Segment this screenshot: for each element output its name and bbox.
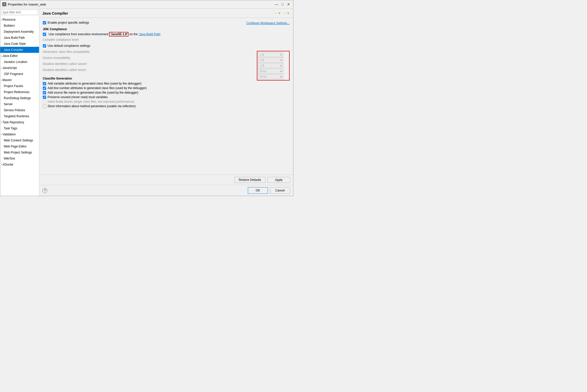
expand-arrow-icon: › [1,54,2,58]
classfile-checkbox-1[interactable] [43,87,46,90]
classfile-label-5: Store information about method parameter… [48,104,136,108]
sidebar-item-service-policies[interactable]: Service Policies [0,107,39,113]
use-default-row: Use default compliance settings [43,43,254,49]
sidebar-item-validation[interactable]: ›Validation [0,131,39,137]
use-default-checkbox[interactable] [43,44,46,48]
sidebar-item-run-debug-settings[interactable]: Run/Debug Settings [0,95,39,101]
enable-project-checkbox[interactable] [43,21,46,24]
classfile-checkbox-5[interactable] [43,105,46,108]
generated-class-dropdown[interactable]: 1.8 [258,58,283,63]
source-compat-dropdown[interactable]: 1.8 [258,63,283,68]
filter-input[interactable] [1,10,38,15]
enable-project-settings-row: Enable project specific settings [43,21,89,24]
classfile-generation-section: Classfile Generation Add variable attrib… [43,77,290,108]
compiler-compliance-dropdown[interactable]: 1.8 [258,52,283,57]
apply-button[interactable]: Apply [267,177,290,183]
sidebar-item-maven[interactable]: ›Maven [0,77,39,83]
classfile-label-0: Add variable attributes to generated cla… [48,82,142,85]
sidebar-item-java-code-style[interactable]: Java Code Style [0,41,39,47]
classfile-item-1: Add line number attributes to generated … [43,86,290,90]
sidebar-item-xdoclet[interactable]: ›XDoclet [0,162,39,168]
classfile-label-2: Add source file name to generated class … [48,91,138,94]
compiler-compliance-row: Compiler compliance level: [43,37,254,43]
ok-button[interactable]: OK [248,187,268,194]
use-default-label: Use default compliance settings [48,44,90,48]
close-button[interactable]: ✕ [286,2,291,7]
main-panel: Java Compiler ← ▾ → ▾ Enable project spe… [39,9,293,196]
window-icon: ⚙ [2,2,6,6]
sidebar-item-javadoc-location[interactable]: Javadoc Location [0,59,39,65]
enable-project-label: Enable project specific settings [48,21,89,24]
compliance-settings-grid: Compiler compliance level: Use default c… [43,37,290,73]
sidebar-item-java-build-path[interactable]: Java Build Path [0,35,39,41]
sidebar-item-wikitext[interactable]: WikiText [0,155,39,162]
classfile-item-3: Preserve unused (never read) local varia… [43,95,290,99]
classfile-item-2: Add source file name to generated class … [43,91,290,94]
disallow-enum-dropdown[interactable]: Error [258,74,283,79]
cancel-button[interactable]: Cancel [270,187,290,194]
sidebar-item-builders[interactable]: Builders [0,23,39,29]
sidebar: ›ResourceBuildersDeployment AssemblyJava… [0,9,39,196]
disallow-assert-dropdown[interactable]: Error [258,69,283,74]
expand-arrow-icon: › [1,78,2,82]
use-compliance-row: Use compliance from execution environmen… [43,32,290,36]
sidebar-item-web-content-settings[interactable]: Web Content Settings [0,137,39,143]
sidebar-item-web-project-settings[interactable]: Web Project Settings [0,149,39,155]
enable-settings-row: Enable project specific settings Configu… [43,21,290,25]
sidebar-item-targeted-runtimes[interactable]: Targeted Runtimes [0,113,39,119]
classfile-label-4: Inline finally blocks (larger class file… [48,100,134,103]
minimize-button[interactable]: — [274,2,279,7]
classfile-item-4: Inline finally blocks (larger class file… [43,100,290,103]
nav-buttons: ← ▾ → ▾ [273,11,290,16]
disallow-assert-row: Disallow identifiers called 'assert': [43,61,254,67]
maximize-button[interactable]: □ [280,2,285,7]
footer-bar: ? OK Cancel [39,185,293,196]
classfile-checkbox-4[interactable] [43,100,46,103]
main-content: Enable project specific settings Configu… [39,18,293,175]
expand-arrow-icon: › [1,66,2,70]
classfile-title: Classfile Generation [43,77,290,80]
expand-arrow-icon: › [1,18,2,22]
sidebar-item-deployment-assembly[interactable]: Deployment Assembly [0,29,39,35]
sidebar-item-javascript[interactable]: ›JavaScript [0,65,39,71]
classfile-checkbox-0[interactable] [43,82,46,85]
classfile-checkbox-3[interactable] [43,96,46,99]
sidebar-list: ›ResourceBuildersDeployment AssemblyJava… [0,16,39,196]
jdk-compliance-title: JDK Compliance [43,27,290,31]
classfile-items: Add variable attributes to generated cla… [43,82,290,108]
classfile-label-1: Add line number attributes to generated … [48,86,147,90]
classfile-item-5: Store information about method parameter… [43,104,290,108]
sidebar-item-task-repository[interactable]: ›Task Repository [0,119,39,125]
sidebar-item-java-editor[interactable]: ›Java Editor [0,53,39,59]
classfile-label-3: Preserve unused (never read) local varia… [48,95,108,99]
java-build-path-link[interactable]: 'Java Build Path' [139,32,161,36]
use-compliance-checkbox[interactable] [43,33,46,36]
main-title: Java Compiler [42,11,273,15]
generated-class-row: Generated .class files compatibility: [43,49,254,55]
properties-window: ⚙ Properties for maven_web — □ ✕ ›Resour… [0,0,293,196]
expand-arrow-icon: › [1,121,2,124]
sidebar-item-task-tags[interactable]: Task Tags [0,125,39,131]
sidebar-item-web-page-editor[interactable]: Web Page Editor [0,143,39,149]
restore-defaults-button[interactable]: Restore Defaults [234,177,265,183]
sidebar-item-project-references[interactable]: Project References [0,89,39,95]
jdk-compliance-section: JDK Compliance Use compliance from execu… [43,27,290,73]
main-header: Java Compiler ← ▾ → ▾ [39,9,293,18]
sidebar-item-project-facets[interactable]: Project Facets [0,83,39,89]
configure-workspace-link[interactable]: Configure Workspace Settings... [246,21,290,25]
compliance-dropdowns-panel: 1.8 1.8 1.8 Error [257,51,290,81]
sidebar-item-server[interactable]: Server [0,101,39,107]
sidebar-item-resource[interactable]: ›Resource [0,17,39,23]
source-compat-label: Source compatibility: [43,56,254,60]
sidebar-item-java-compiler[interactable]: Java Compiler [0,47,39,53]
source-compat-row: Source compatibility: [43,55,254,61]
sidebar-item-jsp-fragment[interactable]: JSP Fragment [0,71,39,77]
java-se-highlight: 'JavaSE-1.8' [109,32,128,36]
window-title: Properties for maven_web [8,3,274,6]
window-controls: — □ ✕ [274,2,291,7]
classfile-checkbox-2[interactable] [43,91,46,94]
generated-class-label: Generated .class files compatibility: [43,50,254,54]
forward-button[interactable]: → ▾ [282,11,290,16]
back-button[interactable]: ← ▾ [273,11,281,16]
help-button[interactable]: ? [42,188,47,193]
